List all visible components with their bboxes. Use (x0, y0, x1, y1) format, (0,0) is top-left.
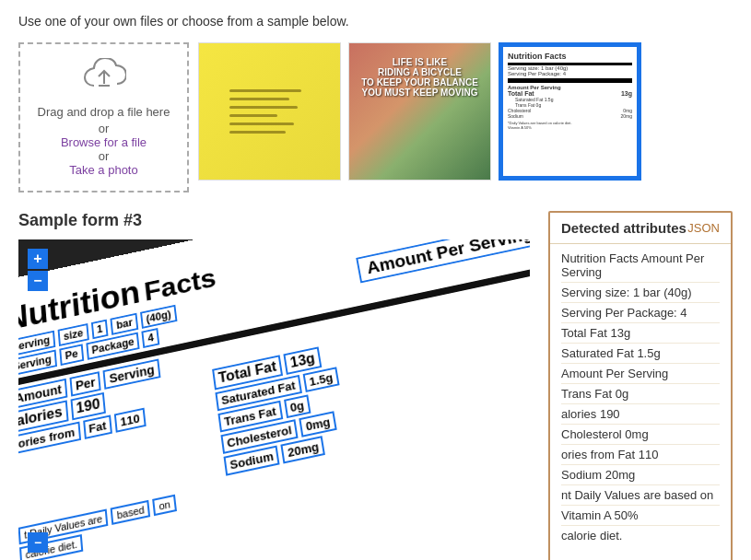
drag-drop-text: Drag and drop a file here (38, 103, 170, 122)
intro-text: Use one of your own files or choose from… (18, 14, 733, 29)
detected-items-list: Nutrition Facts Amount Per ServingServin… (550, 244, 731, 550)
detected-panel: Detected attributes JSON Nutrition Facts… (548, 211, 733, 561)
bottom-section: Sample form #3 + − Nutrition Facts (18, 211, 733, 561)
detected-item: Vitamin A 50% (561, 506, 720, 526)
detected-item: Saturated Fat 1.5g (561, 344, 720, 364)
or-text-1: or (99, 122, 110, 135)
detected-header: Detected attributes JSON (550, 213, 731, 244)
upload-icon (82, 58, 126, 96)
or-text-2: or (99, 149, 110, 163)
detected-item: ories from Fat 110 (561, 445, 720, 465)
detected-item: Trans Fat 0g (561, 384, 720, 404)
zoom-controls: + − (28, 249, 48, 291)
zoom-out-button[interactable]: − (28, 271, 48, 291)
detected-item: Amount Per Serving (561, 364, 720, 384)
detected-item: Serving size: 1 bar (40g) (561, 283, 720, 303)
bike-image-text: LIFE IS LIKERIDING A BICYCLETO KEEP YOUR… (349, 57, 490, 98)
top-section: Drag and drop a file here or Browse for … (18, 42, 733, 192)
scroll-down-indicator: − (28, 532, 48, 553)
upload-box[interactable]: Drag and drop a file here or Browse for … (18, 42, 189, 192)
form-title: Sample form #3 (18, 211, 530, 230)
sample-images: LIFE IS LIKERIDING A BICYCLETO KEEP YOUR… (198, 42, 641, 181)
detected-item: nt Daily Values are based on (561, 485, 720, 506)
zoom-in-button[interactable]: + (28, 249, 48, 269)
sample-image-1[interactable] (198, 42, 341, 181)
scroll-down-button[interactable]: − (28, 532, 48, 553)
detected-item: Nutrition Facts Amount Per Serving (561, 249, 720, 283)
detected-item: Total Fat 13g (561, 323, 720, 344)
image-viewer: + − Nutrition Facts Serving (18, 239, 530, 561)
detected-item: calorie diet. (561, 526, 720, 545)
detected-item: Serving Per Package: 4 (561, 303, 720, 323)
browse-link[interactable]: Browse for a file (61, 135, 147, 149)
json-tab[interactable]: JSON (687, 221, 720, 235)
detected-item: Sodium 20mg (561, 465, 720, 485)
left-panel: Sample form #3 + − Nutrition Facts (18, 211, 530, 561)
detected-title: Detected attributes (561, 220, 686, 236)
sample-image-2[interactable]: LIFE IS LIKERIDING A BICYCLETO KEEP YOUR… (348, 42, 491, 181)
sample-image-3[interactable]: Nutrition Facts Serving size: 1 bar (40g… (499, 42, 641, 181)
detected-item: alories 190 (561, 404, 720, 425)
take-photo-link[interactable]: Take a photo (69, 163, 137, 177)
detected-item: Cholesterol 0mg (561, 425, 720, 445)
